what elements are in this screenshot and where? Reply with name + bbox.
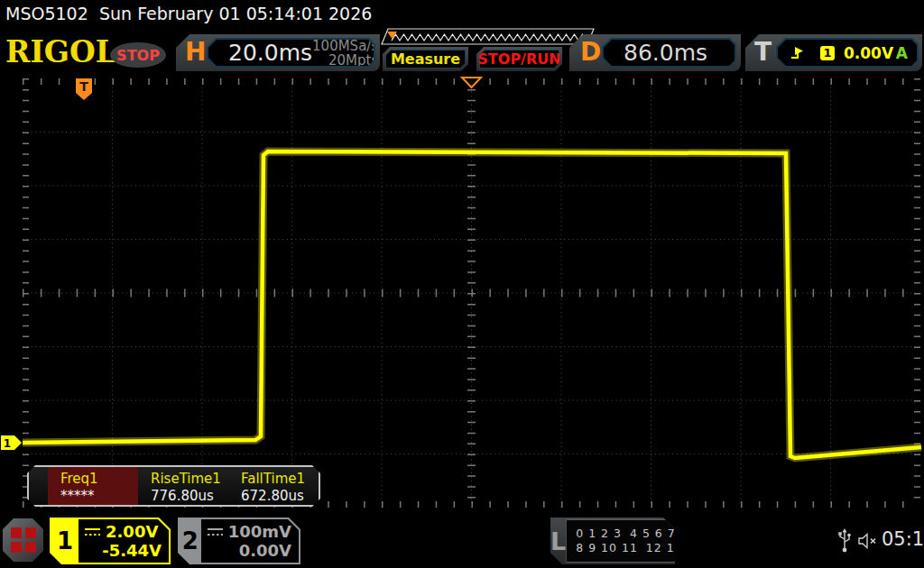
measurement-item-falltime[interactable]: FallTime1 672.80us xyxy=(228,467,319,505)
channel2-offset: 0.00V xyxy=(207,541,291,560)
stop-run-button-label: STOP/RUN xyxy=(477,50,560,68)
speaker-muted-icon xyxy=(857,532,880,550)
channel1-scale: 2.00V xyxy=(106,522,158,541)
trigger-position-marker[interactable]: T xyxy=(76,78,92,100)
channel2-scale: 100mV xyxy=(228,522,291,541)
digital-row1-a: 0 1 2 3 xyxy=(576,527,622,540)
timebase-overview-strip[interactable] xyxy=(370,28,596,46)
delay-reference-icon[interactable] xyxy=(462,78,481,87)
delay-value: 86.0ms xyxy=(604,40,707,66)
measurement-panel[interactable]: Freq1 ***** RiseTime1 776.80us FallTime1… xyxy=(27,465,320,507)
rigol-logo: RIGOL xyxy=(5,34,116,69)
channel1-number: 1 xyxy=(51,519,79,563)
trigger-box[interactable]: 1 0.00V A xyxy=(776,38,919,68)
menu-button[interactable] xyxy=(3,518,43,562)
clock-time: 05:13 xyxy=(882,528,924,550)
measurement-label: RiseTime1 xyxy=(151,471,228,487)
measurement-value: ***** xyxy=(60,488,138,504)
trigger-level-value: 0.00V xyxy=(844,44,893,62)
horizontal-label: H xyxy=(185,37,206,67)
timebase-value: 20.0ms xyxy=(208,40,312,66)
channel2-number: 2 xyxy=(180,519,201,563)
trigger-position-letter: T xyxy=(79,79,88,94)
timebase-box[interactable]: 20.0ms 100MSa/s 20Mpts xyxy=(207,38,375,68)
measure-button[interactable]: Measure xyxy=(383,47,468,71)
rising-edge-trigger-icon xyxy=(790,45,806,60)
ch1-level-marker[interactable]: 1 xyxy=(1,435,22,450)
trigger-settings[interactable]: T 1 0.00V A xyxy=(745,34,922,71)
measure-button-label: Measure xyxy=(391,50,460,68)
measurement-value: 776.80us xyxy=(151,488,228,504)
ch1-level-marker-number: 1 xyxy=(4,437,11,450)
measurement-item-risetime[interactable]: RiseTime1 776.80us xyxy=(138,467,228,505)
trigger-source-badge: 1 xyxy=(820,46,835,60)
status-bar: MSO5102 Sun February 01 05:14:01 2026 xyxy=(0,0,924,27)
measurement-label: FallTime1 xyxy=(241,471,319,487)
dc-coupling-icon xyxy=(84,527,101,537)
logic-analyzer-status[interactable]: L 0 1 2 34 5 6 7 8 9 10 1112 13 14 15 xyxy=(550,518,675,564)
graticule: T 1 xyxy=(0,72,924,514)
channel1-offset: -5.44V xyxy=(84,541,162,560)
delay-settings[interactable]: D 86.0ms xyxy=(569,34,741,71)
run-state-label: STOP xyxy=(116,47,160,64)
usb-icon xyxy=(837,528,852,554)
trigger-sweep-mode: A xyxy=(896,44,908,62)
delay-label: D xyxy=(580,37,601,67)
model-name: MSO5102 xyxy=(5,4,88,23)
measurement-item-freq[interactable]: Freq1 ***** xyxy=(48,467,138,505)
dc-coupling-icon xyxy=(207,527,224,537)
logic-analyzer-label: L xyxy=(550,518,566,564)
datetime-text: Sun February 01 05:14:01 2026 xyxy=(99,4,372,23)
grid-icon xyxy=(11,527,36,553)
run-state-badge: STOP xyxy=(110,42,166,68)
waveform-display-area[interactable]: T 1 Freq1 ***** RiseTime1 776.80us xyxy=(0,72,924,514)
digital-row2-b: 12 13 14 15 xyxy=(646,541,725,554)
measurement-value: 672.80us xyxy=(241,488,319,504)
channel2-status[interactable]: 2 100mV 0.00V xyxy=(178,518,300,564)
delay-box[interactable]: 86.0ms xyxy=(602,38,736,68)
digital-row1-b: 4 5 6 7 xyxy=(630,527,676,540)
channel1-status[interactable]: 1 2.00V -5.44V xyxy=(50,518,171,564)
bottom-bar: 1 2.00V -5.44V 2 xyxy=(0,514,924,568)
memory-depth: 20Mpts xyxy=(328,52,378,69)
header-bar: RIGOL STOP H 20.0ms 100MSa/s 20Mpts Meas… xyxy=(0,27,924,72)
measurement-label: Freq1 xyxy=(60,471,138,487)
oscilloscope-screen: MSO5102 Sun February 01 05:14:01 2026 RI… xyxy=(0,0,924,568)
horizontal-settings[interactable]: H 20.0ms 100MSa/s 20Mpts xyxy=(176,34,380,71)
trigger-label: T xyxy=(754,37,772,67)
digital-row2-a: 8 9 10 11 xyxy=(576,541,638,554)
stop-run-button[interactable]: STOP/RUN xyxy=(476,47,562,71)
